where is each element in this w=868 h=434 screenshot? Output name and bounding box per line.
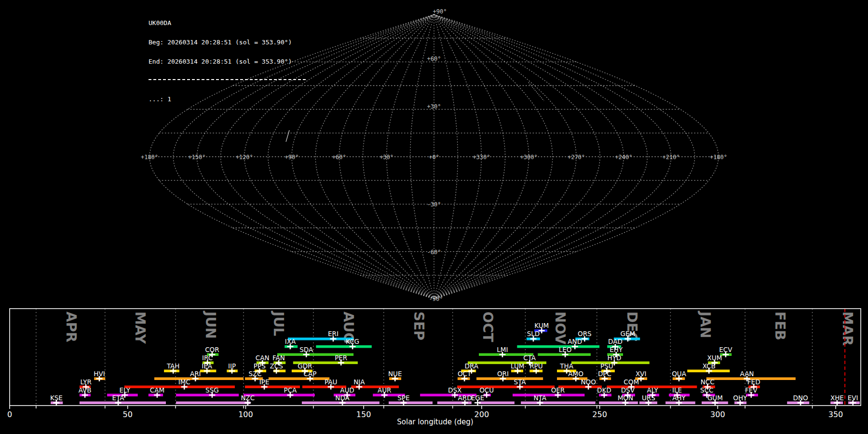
shower-code-label: IEA — [202, 362, 213, 370]
shower-code-label: IMC — [178, 378, 190, 386]
shower-code-label: PER — [335, 354, 347, 362]
shower-code-label: LYR — [80, 378, 91, 386]
x-tick-label: 0 — [7, 410, 12, 419]
shower-code-label: DSV — [621, 386, 635, 394]
shower-code-label: SZC — [248, 370, 261, 378]
shower-code-label: NZC — [241, 394, 255, 402]
lon-label: +30° — [380, 154, 393, 161]
shower-code-label: AVB — [79, 386, 92, 394]
shower-code-label: ARD — [458, 394, 472, 402]
shower-code-label: KUM — [534, 322, 549, 329]
radiant-analysis-screen: +180°+150°+120°+90°+60°+30°+0°+330°+300°… — [0, 0, 868, 434]
shower-bar-MON — [599, 402, 638, 405]
shower-bar-NTA — [521, 402, 596, 405]
session-counter: ...: 1 — [149, 96, 306, 102]
shower-code-label: DRA — [465, 362, 479, 370]
month-label: MAY — [132, 312, 148, 344]
month-label: JUN — [203, 311, 218, 339]
shower-code-label: ORI — [497, 370, 509, 378]
shower-code-label: FAN — [272, 354, 285, 362]
shower-bar-ORI — [476, 378, 543, 380]
shower-code-label: SDA — [299, 346, 313, 353]
month-label: JAN — [697, 311, 713, 339]
shower-code-label: SSG — [205, 386, 219, 394]
lon-label: +120° — [236, 154, 253, 161]
shower-code-label: AHY — [672, 394, 686, 402]
shower-code-label: CTA — [523, 354, 536, 362]
lon-label: +300° — [520, 154, 538, 161]
shower-code-label: DSX — [448, 386, 461, 394]
shower-code-label: RPU — [529, 362, 542, 370]
shower-code-label: AND — [568, 338, 582, 345]
shower-code-label: AUR — [378, 386, 392, 394]
shower-code-label: PPS — [254, 362, 266, 370]
lon-label: +90° — [285, 154, 299, 161]
shower-code-label: XHE — [830, 394, 844, 402]
month-label: SEP — [411, 312, 427, 340]
shower-code-label: DKD — [597, 386, 611, 394]
shower-code-label: OCU — [479, 386, 494, 394]
x-tick-label: 100 — [238, 410, 253, 419]
lon-label: +240° — [615, 154, 632, 161]
x-tick-label: 250 — [592, 410, 607, 419]
session-end: End: 20260314 20:28:51 (sol = 353.90°) — [149, 58, 306, 65]
south-pole-label: -90° — [429, 296, 443, 302]
x-tick-label: 350 — [828, 410, 843, 419]
shower-code-label: AAN — [740, 370, 754, 378]
shower-code-label: DNO — [793, 394, 808, 402]
lon-label: +60° — [332, 154, 346, 161]
shower-bar-EGE — [479, 402, 515, 405]
shower-code-label: URS — [642, 394, 655, 402]
shower-code-label: KCG — [346, 338, 359, 345]
plots-canvas: +180°+150°+120°+90°+60°+30°+0°+330°+300°… — [0, 0, 868, 434]
shower-code-label: ORS — [578, 330, 592, 338]
north-pole-label: +90° — [433, 8, 447, 15]
shower-code-label: GEM — [620, 330, 635, 338]
shower-bar-SSG — [176, 394, 239, 397]
shower-code-label: GDR — [298, 362, 312, 370]
shower-code-label: SLD — [527, 330, 540, 338]
shower-code-label: IRC — [202, 354, 213, 362]
shower-code-label: PSU — [600, 362, 613, 370]
meteor-trail — [286, 130, 289, 142]
month-label: MAR — [840, 312, 855, 346]
shower-code-label: IPE — [259, 378, 270, 386]
month-label: NOV — [552, 312, 568, 344]
shower-code-label: IXA — [285, 338, 296, 345]
shower-code-label: SPE — [397, 394, 409, 402]
shower-code-label: FED — [747, 378, 760, 386]
shower-code-label: HVI — [94, 370, 105, 378]
shower-code-label: DPC — [598, 370, 611, 378]
shower-code-label: NCC — [701, 378, 715, 386]
shower-bar-NOO — [558, 386, 602, 389]
shower-code-label: CAM — [150, 386, 164, 394]
x-axis-title: Solar longitude (deg) — [397, 418, 473, 426]
shower-bar-OER — [513, 394, 584, 397]
shower-code-label: OCT — [458, 370, 472, 378]
shower-code-label: NIA — [353, 378, 365, 386]
lon-label: +210° — [663, 154, 680, 161]
shower-code-label: LEO — [559, 346, 572, 353]
x-tick-label: 150 — [356, 410, 371, 419]
shower-code-label: LMI — [497, 346, 508, 353]
shower-code-label: COM — [624, 378, 639, 386]
shower-code-label: ECV — [719, 346, 732, 353]
session-info-block: UK00DA Beg: 20260314 20:28:51 (sol = 353… — [149, 7, 306, 116]
shower-code-label: STA — [514, 378, 527, 386]
shower-code-label: LUM — [511, 362, 524, 370]
shower-bar-ARI — [154, 378, 244, 380]
lon-label: +0° — [429, 154, 439, 161]
lat-label: -30° — [427, 201, 441, 208]
activity-timeline: APRMAYJUNJULAUGSEPOCTNOVDECJANFEBMARKUME… — [7, 309, 861, 426]
lon-label: +150° — [188, 154, 205, 161]
lat-label: +30° — [427, 103, 441, 110]
shower-code-label: OER — [551, 386, 565, 394]
shower-code-label: GUM — [707, 394, 723, 402]
month-label: APR — [63, 312, 79, 342]
shower-code-label: OHY — [733, 394, 747, 402]
shower-code-label: FEV — [745, 386, 758, 394]
shower-code-label: XVI — [636, 370, 646, 378]
shower-code-label: ARI — [190, 370, 201, 378]
station-id: UK00DA — [149, 20, 306, 26]
shower-code-label: NTA — [533, 394, 546, 402]
